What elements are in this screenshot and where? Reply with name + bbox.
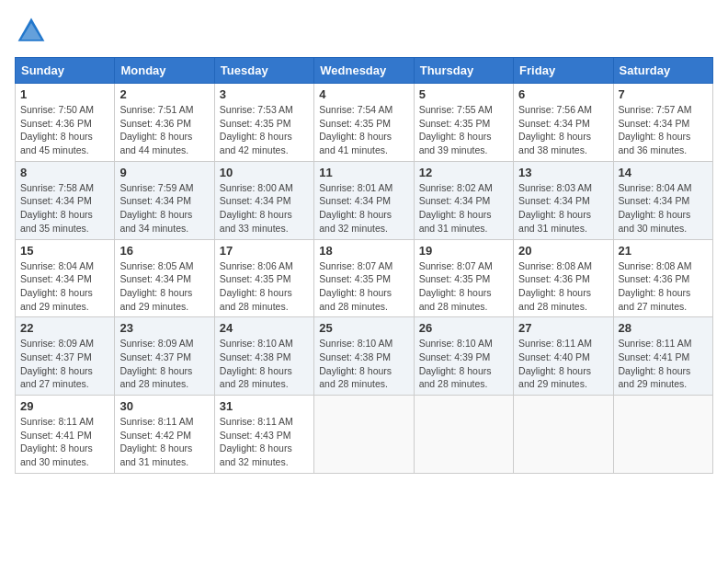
day-of-week-header: Sunday: [16, 58, 115, 84]
daylight: Daylight: 8 hours and 28 minutes.: [419, 365, 492, 390]
sunset: Sunset: 4:38 PM: [220, 351, 291, 362]
sunrise: Sunrise: 8:07 AM: [419, 260, 493, 271]
sunset: Sunset: 4:37 PM: [119, 351, 191, 362]
logo: [15, 15, 51, 48]
day-info: Sunrise: 8:11 AM Sunset: 4:41 PM Dayligh…: [619, 337, 708, 391]
day-info: Sunrise: 7:54 AM Sunset: 4:35 PM Dayligh…: [319, 103, 408, 157]
calendar-week-row: 29 Sunrise: 8:11 AM Sunset: 4:41 PM Dayl…: [16, 396, 713, 474]
sunrise: Sunrise: 8:06 AM: [220, 260, 293, 271]
day-info: Sunrise: 8:05 AM Sunset: 4:34 PM Dayligh…: [119, 259, 209, 314]
daylight: Daylight: 8 hours and 29 minutes.: [119, 287, 192, 312]
day-number: 14: [619, 166, 708, 179]
day-number: 31: [220, 399, 309, 413]
calendar-day-cell: 26 Sunrise: 8:10 AM Sunset: 4:39 PM Dayl…: [414, 317, 513, 396]
day-number: 24: [220, 321, 309, 335]
calendar-table: SundayMondayTuesdayWednesdayThursdayFrid…: [15, 57, 713, 474]
day-number: 16: [119, 244, 209, 258]
sunrise: Sunrise: 8:05 AM: [119, 260, 193, 271]
day-info: Sunrise: 7:55 AM Sunset: 4:35 PM Dayligh…: [419, 103, 508, 157]
calendar-day-cell: 20 Sunrise: 8:08 AM Sunset: 4:36 PM Dayl…: [514, 239, 613, 317]
day-number: 15: [20, 244, 109, 258]
day-info: Sunrise: 8:08 AM Sunset: 4:36 PM Dayligh…: [518, 259, 608, 314]
calendar-header-row: SundayMondayTuesdayWednesdayThursdayFrid…: [16, 58, 713, 84]
day-number: 27: [518, 321, 608, 335]
calendar-day-cell: [414, 396, 513, 474]
day-number: 28: [619, 321, 708, 335]
day-number: 18: [319, 244, 408, 258]
calendar-day-cell: 12 Sunrise: 8:02 AM Sunset: 4:34 PM Dayl…: [414, 161, 513, 239]
calendar-day-cell: 21 Sunrise: 8:08 AM Sunset: 4:36 PM Dayl…: [613, 239, 712, 317]
sunset: Sunset: 4:34 PM: [220, 195, 291, 206]
day-number: 26: [419, 321, 508, 335]
sunrise: Sunrise: 8:02 AM: [419, 182, 493, 193]
day-number: 3: [220, 87, 309, 101]
day-info: Sunrise: 7:58 AM Sunset: 4:34 PM Dayligh…: [20, 181, 109, 236]
sunset: Sunset: 4:35 PM: [220, 118, 291, 129]
day-info: Sunrise: 7:59 AM Sunset: 4:34 PM Dayligh…: [119, 181, 209, 236]
day-number: 25: [319, 321, 408, 335]
sunset: Sunset: 4:36 PM: [619, 273, 690, 284]
daylight: Daylight: 8 hours and 31 minutes.: [419, 209, 492, 234]
sunrise: Sunrise: 8:04 AM: [20, 260, 94, 271]
calendar-day-cell: 24 Sunrise: 8:10 AM Sunset: 4:38 PM Dayl…: [214, 317, 313, 396]
day-number: 30: [119, 399, 209, 413]
sunrise: Sunrise: 8:10 AM: [419, 338, 493, 349]
sunrise: Sunrise: 7:57 AM: [619, 104, 692, 115]
sunset: Sunset: 4:41 PM: [619, 351, 690, 362]
sunset: Sunset: 4:35 PM: [419, 273, 491, 284]
sunset: Sunset: 4:40 PM: [518, 351, 590, 362]
daylight: Daylight: 8 hours and 34 minutes.: [119, 209, 192, 234]
calendar-day-cell: 5 Sunrise: 7:55 AM Sunset: 4:35 PM Dayli…: [414, 84, 513, 162]
day-number: 17: [220, 244, 309, 258]
calendar-day-cell: 19 Sunrise: 8:07 AM Sunset: 4:35 PM Dayl…: [414, 239, 513, 317]
sunrise: Sunrise: 8:01 AM: [319, 182, 392, 193]
daylight: Daylight: 8 hours and 30 minutes.: [20, 442, 93, 467]
day-number: 19: [419, 244, 508, 258]
sunset: Sunset: 4:34 PM: [20, 195, 92, 206]
day-info: Sunrise: 8:07 AM Sunset: 4:35 PM Dayligh…: [319, 259, 408, 314]
day-info: Sunrise: 7:57 AM Sunset: 4:34 PM Dayligh…: [619, 103, 708, 157]
day-info: Sunrise: 8:09 AM Sunset: 4:37 PM Dayligh…: [20, 337, 109, 391]
sunset: Sunset: 4:35 PM: [419, 118, 491, 129]
day-info: Sunrise: 8:04 AM Sunset: 4:34 PM Dayligh…: [20, 259, 109, 314]
day-number: 29: [20, 399, 109, 413]
calendar-day-cell: 31 Sunrise: 8:11 AM Sunset: 4:43 PM Dayl…: [214, 396, 313, 474]
calendar-week-row: 8 Sunrise: 7:58 AM Sunset: 4:34 PM Dayli…: [16, 161, 713, 239]
sunrise: Sunrise: 8:10 AM: [319, 338, 392, 349]
calendar-week-row: 15 Sunrise: 8:04 AM Sunset: 4:34 PM Dayl…: [16, 239, 713, 317]
calendar-week-row: 1 Sunrise: 7:50 AM Sunset: 4:36 PM Dayli…: [16, 84, 713, 162]
sunset: Sunset: 4:34 PM: [119, 273, 191, 284]
calendar-day-cell: 14 Sunrise: 8:04 AM Sunset: 4:34 PM Dayl…: [613, 161, 712, 239]
sunrise: Sunrise: 8:04 AM: [619, 182, 692, 193]
day-number: 13: [518, 166, 608, 179]
day-info: Sunrise: 7:50 AM Sunset: 4:36 PM Dayligh…: [20, 103, 109, 157]
day-number: 11: [319, 166, 408, 179]
day-info: Sunrise: 8:11 AM Sunset: 4:43 PM Dayligh…: [220, 415, 309, 469]
calendar-day-cell: 16 Sunrise: 8:05 AM Sunset: 4:34 PM Dayl…: [115, 239, 214, 317]
calendar-day-cell: 3 Sunrise: 7:53 AM Sunset: 4:35 PM Dayli…: [214, 84, 313, 162]
day-info: Sunrise: 8:01 AM Sunset: 4:34 PM Dayligh…: [319, 181, 408, 236]
daylight: Daylight: 8 hours and 38 minutes.: [518, 131, 591, 155]
day-number: 9: [119, 166, 209, 179]
day-of-week-header: Friday: [514, 58, 613, 84]
sunset: Sunset: 4:34 PM: [119, 195, 191, 206]
daylight: Daylight: 8 hours and 28 minutes.: [220, 287, 292, 312]
daylight: Daylight: 8 hours and 42 minutes.: [220, 131, 292, 155]
sunset: Sunset: 4:39 PM: [419, 351, 491, 362]
day-of-week-header: Tuesday: [214, 58, 313, 84]
sunrise: Sunrise: 8:11 AM: [518, 338, 592, 349]
day-info: Sunrise: 8:11 AM Sunset: 4:42 PM Dayligh…: [119, 415, 209, 469]
daylight: Daylight: 8 hours and 29 minutes.: [518, 365, 591, 390]
sunset: Sunset: 4:34 PM: [419, 195, 491, 206]
sunrise: Sunrise: 7:59 AM: [119, 182, 193, 193]
day-number: 22: [20, 321, 109, 335]
page-header: [15, 15, 713, 48]
daylight: Daylight: 8 hours and 30 minutes.: [619, 209, 691, 234]
sunset: Sunset: 4:42 PM: [119, 430, 191, 441]
day-number: 10: [220, 166, 309, 179]
calendar-day-cell: 10 Sunrise: 8:00 AM Sunset: 4:34 PM Dayl…: [214, 161, 313, 239]
calendar-day-cell: 18 Sunrise: 8:07 AM Sunset: 4:35 PM Dayl…: [314, 239, 414, 317]
sunset: Sunset: 4:35 PM: [220, 273, 291, 284]
daylight: Daylight: 8 hours and 27 minutes.: [20, 365, 93, 390]
calendar-day-cell: 8 Sunrise: 7:58 AM Sunset: 4:34 PM Dayli…: [16, 161, 115, 239]
